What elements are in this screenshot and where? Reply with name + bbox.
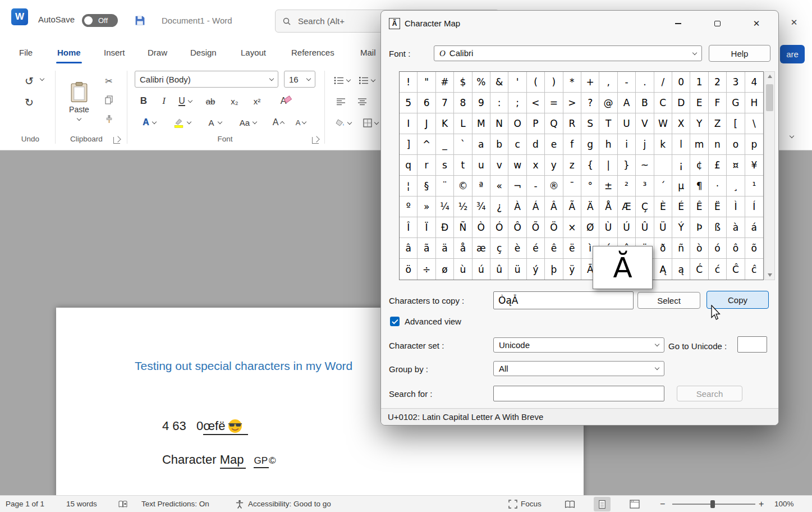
- print-layout-button[interactable]: [594, 497, 611, 511]
- charmap-cell[interactable]: Ï: [418, 217, 435, 238]
- tab-mailings[interactable]: Mail: [359, 40, 377, 66]
- charmap-cell[interactable]: Ô: [508, 217, 526, 238]
- charmap-cell[interactable]: t: [454, 155, 472, 176]
- charmap-cell[interactable]: [: [727, 113, 745, 134]
- charmap-cell[interactable]: x: [527, 155, 545, 176]
- subscript-button[interactable]: x₂: [224, 92, 245, 110]
- charmap-cell[interactable]: «: [490, 176, 508, 196]
- charmap-cell[interactable]: Ð: [436, 217, 454, 238]
- charmap-maximize-button[interactable]: [704, 11, 730, 36]
- charmap-cell[interactable]: ö: [400, 259, 418, 280]
- charmap-cell[interactable]: g: [581, 134, 599, 155]
- zoom-in-button[interactable]: +: [759, 496, 764, 512]
- charmap-cell[interactable]: P: [527, 113, 545, 134]
- charmap-cell[interactable]: ©: [454, 176, 472, 196]
- charmap-cell[interactable]: L: [454, 113, 472, 134]
- charmap-cell[interactable]: á: [745, 217, 763, 238]
- charmap-cell[interactable]: 2: [709, 72, 727, 93]
- autosave-toggle[interactable]: Off: [82, 14, 118, 27]
- charmap-cell[interactable]: Z: [709, 113, 727, 134]
- charmap-cell[interactable]: z: [563, 155, 581, 176]
- tab-insert[interactable]: Insert: [103, 40, 126, 66]
- charmap-cell[interactable]: 5: [400, 93, 418, 113]
- charmap-cell[interactable]: |: [599, 155, 617, 176]
- charmap-cell[interactable]: >: [563, 93, 581, 113]
- charmap-cell[interactable]: ü: [508, 259, 526, 280]
- charmap-cell[interactable]: Ú: [618, 217, 636, 238]
- charmap-cell[interactable]: ¦: [400, 176, 418, 196]
- focus-label[interactable]: Focus: [521, 496, 542, 512]
- redo-button[interactable]: ↻: [20, 93, 38, 111]
- paste-button[interactable]: Paste: [63, 70, 95, 131]
- charmap-cell[interactable]: ": [418, 72, 435, 93]
- charmap-cell[interactable]: à: [727, 217, 745, 238]
- charmap-cell[interactable]: U: [618, 113, 636, 134]
- charmap-cell[interactable]: þ: [545, 259, 563, 280]
- bullets-button[interactable]: [331, 72, 352, 89]
- charmap-cell[interactable]: C: [654, 93, 672, 113]
- ribbon-collapse-chevron-icon[interactable]: [790, 134, 794, 138]
- charmap-cell[interactable]: Q: [545, 113, 563, 134]
- charmap-cell[interactable]: é: [527, 238, 545, 259]
- charmap-cell[interactable]: ]: [400, 134, 418, 155]
- charmap-cell[interactable]: ð: [654, 238, 672, 259]
- charmap-cell[interactable]: Ò: [472, 217, 490, 238]
- charmap-cell[interactable]: ;: [508, 93, 526, 113]
- charmap-cell[interactable]: j: [636, 134, 654, 155]
- charmap-cell[interactable]: #: [436, 72, 454, 93]
- numbering-button[interactable]: [356, 72, 377, 89]
- charmap-cell[interactable]: ~: [636, 155, 654, 176]
- format-painter-button[interactable]: [100, 111, 118, 127]
- charmap-cell[interactable]: r: [418, 155, 435, 176]
- charmap-cell[interactable]: ): [545, 72, 563, 93]
- charmap-cell[interactable]: X: [672, 113, 690, 134]
- charmap-cell[interactable]: ×: [563, 217, 581, 238]
- charmap-cell[interactable]: Á: [527, 196, 545, 217]
- page-indicator[interactable]: Page 1 of 1: [6, 496, 44, 512]
- charmap-cell[interactable]: ÷: [418, 259, 435, 280]
- charmap-cell[interactable]: W: [654, 113, 672, 134]
- scroll-up-icon[interactable]: [768, 75, 772, 78]
- grow-font-button[interactable]: A: [268, 113, 288, 131]
- charmap-cell[interactable]: ý: [527, 259, 545, 280]
- character-set-combo[interactable]: Unicode: [493, 337, 664, 353]
- charmap-cell[interactable]: /: [654, 72, 672, 93]
- charmap-cell[interactable]: h: [599, 134, 617, 155]
- charmap-cell[interactable]: m: [690, 134, 708, 155]
- tab-references[interactable]: References: [290, 40, 336, 66]
- charmap-cell[interactable]: Â: [545, 196, 563, 217]
- charmap-cell[interactable]: Ą: [654, 259, 672, 280]
- select-button[interactable]: Select: [637, 292, 700, 309]
- word-count[interactable]: 15 words: [66, 496, 97, 512]
- charmap-minimize-button[interactable]: [665, 11, 691, 36]
- window-close-button[interactable]: ✕: [785, 13, 804, 31]
- charmap-cell[interactable]: Û: [636, 217, 654, 238]
- charmap-cell[interactable]: ª: [472, 176, 490, 196]
- charmap-cell[interactable]: Ù: [599, 217, 617, 238]
- charmap-cell[interactable]: Ĉ: [727, 259, 745, 280]
- charmap-cell[interactable]: ^: [418, 134, 435, 155]
- charmap-cell[interactable]: u: [472, 155, 490, 176]
- search-for-input[interactable]: [493, 386, 664, 401]
- zoom-slider-thumb[interactable]: [710, 500, 715, 508]
- charmap-cell[interactable]: M: [472, 113, 490, 134]
- charmap-cell[interactable]: 6: [418, 93, 435, 113]
- charmap-cell[interactable]: Ü: [654, 217, 672, 238]
- charmap-cell[interactable]: º: [400, 196, 418, 217]
- charmap-cell[interactable]: ù: [454, 259, 472, 280]
- charmap-cell[interactable]: $: [454, 72, 472, 93]
- charmap-cell[interactable]: -: [527, 176, 545, 196]
- charmap-cell[interactable]: Ñ: [454, 217, 472, 238]
- charmap-cell[interactable]: ¬: [508, 176, 526, 196]
- charmap-cell[interactable]: Ê: [690, 196, 708, 217]
- charmap-cell[interactable]: .: [636, 72, 654, 93]
- charmap-cell[interactable]: å: [454, 238, 472, 259]
- charmap-cell[interactable]: 7: [436, 93, 454, 113]
- charmap-font-combo[interactable]: OCalibri: [434, 45, 702, 61]
- charmap-cell[interactable]: ³: [636, 176, 654, 196]
- characters-to-copy-input[interactable]: [493, 291, 634, 309]
- undo-button[interactable]: ↺: [20, 72, 38, 90]
- charmap-cell[interactable]: =: [545, 93, 563, 113]
- tab-file[interactable]: File: [18, 40, 34, 66]
- charmap-cell[interactable]: ò: [690, 238, 708, 259]
